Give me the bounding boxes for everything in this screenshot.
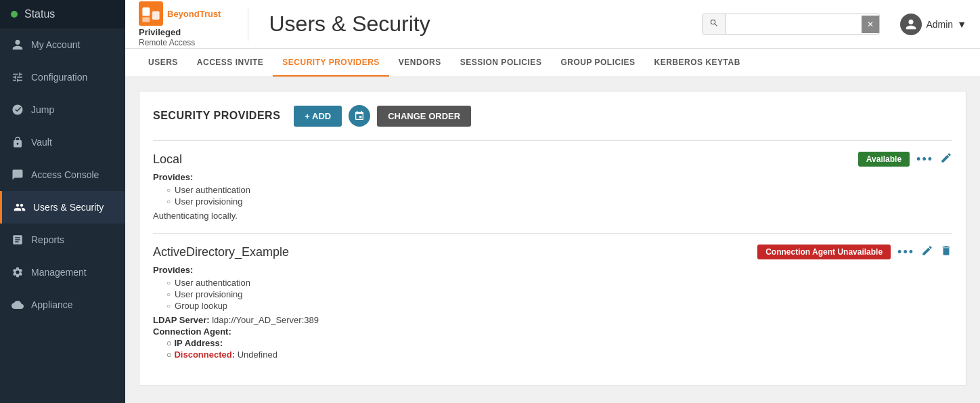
tab-users[interactable]: USERS: [139, 49, 187, 77]
logo-area: BeyondTrust Privileged Remote Access: [139, 1, 221, 47]
list-item: User authentication: [166, 185, 952, 195]
logo-product: Privileged: [139, 26, 183, 38]
page-header: BeyondTrust Privileged Remote Access Use…: [125, 0, 980, 49]
provides-label: Provides:: [153, 265, 952, 275]
cloud-icon: [11, 298, 24, 312]
sidebar: Status My Account Configuration Jump Vau…: [0, 0, 125, 403]
provider-ad-disconnected: ○ Disconnected: Undefined: [153, 349, 952, 360]
main-content: BeyondTrust Privileged Remote Access Use…: [125, 0, 980, 403]
user-label: Admin: [926, 19, 953, 30]
sidebar-item-label: Management: [31, 267, 87, 278]
svg-rect-0: [139, 1, 163, 26]
provider-local-more-button[interactable]: •••: [916, 152, 933, 167]
chevron-down-icon: ▼: [957, 19, 966, 30]
reports-icon: [11, 233, 24, 247]
search-box: ✕: [702, 14, 880, 35]
sidebar-item-label: Jump: [31, 104, 54, 115]
logo-text-area: BeyondTrust: [167, 7, 221, 20]
beyondtrust-logo-icon: [139, 1, 163, 26]
sidebar-item-label: Status: [24, 8, 55, 20]
sidebar-item-access-console[interactable]: Access Console: [0, 158, 125, 191]
provider-activedirectory: ActiveDirectory_Example Connection Agent…: [153, 233, 952, 372]
sidebar-item-label: Appliance: [31, 299, 73, 310]
section-header: SECURITY PROVIDERS + ADD CHANGE ORDER: [153, 105, 952, 127]
status-badge: Available: [858, 152, 910, 167]
provider-local-name: Local: [153, 152, 182, 167]
provider-local-header: Local Available •••: [153, 152, 952, 167]
search-input[interactable]: [726, 15, 862, 33]
provider-ad-actions: Connection Agent Unavailable •••: [757, 245, 952, 259]
provider-ad-name: ActiveDirectory_Example: [153, 245, 289, 259]
logo-product-sub: Remote Access: [139, 38, 195, 47]
tab-access-invite[interactable]: ACCESS INVITE: [187, 49, 273, 77]
section-title: SECURITY PROVIDERS: [153, 110, 280, 122]
sidebar-item-label: My Account: [31, 39, 80, 50]
subnav: USERS ACCESS INVITE SECURITY PROVIDERS V…: [125, 49, 980, 77]
tab-vendors[interactable]: VENDORS: [389, 49, 451, 77]
content-area: SECURITY PROVIDERS + ADD CHANGE ORDER Lo…: [125, 77, 980, 403]
status-indicator: [11, 11, 18, 18]
tab-group-policies[interactable]: GROUP POLICIES: [551, 49, 644, 77]
page-title: Users & Security: [269, 12, 688, 37]
sidebar-item-users-security[interactable]: Users & Security: [0, 191, 125, 224]
sidebar-item-my-account[interactable]: My Account: [0, 28, 125, 61]
sidebar-item-appliance[interactable]: Appliance: [0, 289, 125, 321]
change-order-button[interactable]: CHANGE ORDER: [377, 106, 471, 127]
vault-icon: [11, 135, 24, 149]
sidebar-item-label: Access Console: [31, 169, 99, 180]
provider-local-edit-button[interactable]: [940, 152, 952, 167]
delete-icon: [940, 245, 952, 257]
sidebar-item-vault[interactable]: Vault: [0, 126, 125, 158]
provider-ad-ip: ○ IP Address:: [153, 338, 952, 348]
user-menu[interactable]: Admin ▼: [900, 14, 966, 35]
logo-image: BeyondTrust: [139, 1, 221, 26]
sidebar-item-configuration[interactable]: Configuration: [0, 61, 125, 93]
user-avatar-icon: [905, 18, 917, 30]
provider-ad-edit-button[interactable]: [921, 245, 933, 259]
edit-icon: [940, 152, 952, 164]
content-panel: SECURITY PROVIDERS + ADD CHANGE ORDER Lo…: [139, 91, 966, 386]
gear-icon: [11, 266, 24, 279]
logo-brand: BeyondTrust: [167, 9, 221, 19]
add-provider-button[interactable]: + ADD: [294, 106, 342, 127]
logo-product-line: Privileged: [139, 27, 181, 37]
search-button[interactable]: [703, 14, 726, 34]
sidebar-item-management[interactable]: Management: [0, 256, 125, 289]
provider-local-actions: Available •••: [858, 152, 952, 167]
provider-ad-header: ActiveDirectory_Example Connection Agent…: [153, 245, 952, 259]
tab-session-policies[interactable]: SESSION POLICIES: [451, 49, 552, 77]
list-item: User provisioning: [166, 289, 952, 299]
provider-ad-agent: Connection Agent:: [153, 326, 952, 337]
list-item: User authentication: [166, 278, 952, 288]
search-area: ✕: [702, 14, 880, 35]
provider-ad-ldap: LDAP Server: ldap://Your_AD_Server:389: [153, 315, 952, 325]
status-badge: Connection Agent Unavailable: [757, 245, 891, 259]
svg-rect-2: [152, 11, 160, 20]
header-divider: [248, 7, 248, 41]
sidebar-item-label: Vault: [31, 137, 52, 148]
sidebar-item-label: Reports: [31, 234, 64, 245]
provider-ad-delete-button[interactable]: [940, 245, 952, 259]
person-icon: [11, 38, 24, 51]
sidebar-item-jump[interactable]: Jump: [0, 93, 125, 126]
list-item: Group lookup: [166, 301, 952, 311]
provider-ad-more-button[interactable]: •••: [897, 245, 914, 259]
sidebar-item-label: Configuration: [31, 72, 87, 83]
provider-local-detail: Authenticating locally.: [153, 211, 952, 221]
tab-kerberos-keytab[interactable]: KERBEROS KEYTAB: [645, 49, 750, 77]
provider-local-provides-list: User authentication User provisioning: [153, 185, 952, 207]
tab-security-providers[interactable]: SECURITY PROVIDERS: [273, 49, 388, 77]
provider-type-button[interactable]: [349, 105, 370, 127]
sliders-icon: [11, 70, 24, 84]
search-clear-button[interactable]: ✕: [862, 16, 879, 33]
provider-ad-provides-list: User authentication User provisioning Gr…: [153, 278, 952, 311]
sidebar-status-item[interactable]: Status: [0, 0, 125, 28]
provider-icon: [354, 110, 365, 121]
edit-icon: [921, 245, 933, 257]
list-item: User provisioning: [166, 196, 952, 207]
avatar: [900, 14, 922, 35]
search-icon: [709, 18, 719, 28]
sidebar-item-label: Users & Security: [33, 202, 104, 213]
sidebar-item-reports[interactable]: Reports: [0, 224, 125, 256]
chat-icon: [11, 168, 24, 182]
